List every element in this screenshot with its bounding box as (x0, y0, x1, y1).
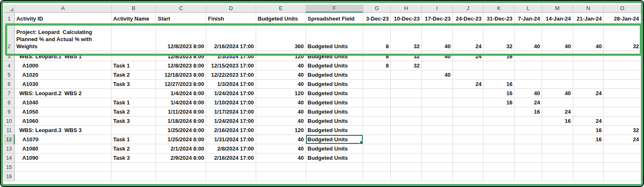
cell-H12[interactable] (391, 135, 422, 144)
cell-N4[interactable] (573, 61, 604, 70)
column-header-J[interactable]: J (452, 5, 483, 12)
cell-L5[interactable] (514, 70, 542, 79)
cell-N2[interactable]: 40 (573, 23, 604, 51)
cell-E9[interactable]: 40 (256, 107, 306, 116)
cell-A13[interactable]: A1080 (14, 144, 111, 153)
cell-G1[interactable]: 3-Dec-23 (363, 12, 391, 23)
column-header-H[interactable]: H (391, 5, 422, 12)
cell-N15[interactable] (573, 162, 604, 171)
cell-J5[interactable] (452, 70, 483, 79)
cell-G9[interactable] (363, 107, 391, 116)
cell-H5[interactable] (391, 70, 422, 79)
cell-L6[interactable] (514, 79, 542, 88)
cell-B1[interactable]: Activity Name (112, 12, 156, 23)
row-header-6[interactable]: 6 (4, 79, 14, 88)
cell-C6[interactable]: 12/27/2023 8:00 (156, 79, 206, 88)
cell-F8[interactable]: Budgeted Units (306, 98, 363, 107)
cell-M12[interactable] (542, 135, 573, 144)
cell-N9[interactable] (573, 107, 604, 116)
cell-L2[interactable]: 40 (514, 23, 542, 51)
cell-G11[interactable] (363, 125, 391, 135)
column-header-G[interactable]: G (363, 5, 391, 12)
cell-B2[interactable] (112, 23, 156, 51)
cell-N13[interactable] (573, 144, 604, 153)
cell-C7[interactable]: 1/4/2024 8:00 (156, 88, 206, 98)
cell-A11[interactable]: WBS: Leopard.3 WBS 3 (14, 125, 111, 135)
cell-L10[interactable] (514, 116, 542, 125)
cell-A14[interactable]: A1090 (14, 153, 111, 162)
row-header-2[interactable]: 2 (4, 23, 14, 51)
cell-J7[interactable] (452, 88, 483, 98)
cell-E7[interactable]: 120 (256, 88, 306, 98)
cell-O10[interactable] (604, 116, 641, 125)
cell-N11[interactable]: 16 (573, 125, 604, 135)
cell-A7[interactable]: WBS: Leopard.2 WBS 2 (14, 88, 111, 98)
cell-N6[interactable] (573, 79, 604, 88)
cell-I2[interactable]: 40 (421, 23, 452, 51)
cell-H15[interactable] (391, 162, 422, 171)
cell-H1[interactable]: 10-Dec-23 (391, 12, 422, 23)
cell-M13[interactable] (542, 144, 573, 153)
cell-A10[interactable]: A1060 (14, 116, 111, 125)
cell-M8[interactable] (542, 98, 573, 107)
cell-F9[interactable]: Budgeted Units (306, 107, 363, 116)
cell-I7[interactable] (421, 88, 452, 98)
cell-F5[interactable]: Budgeted Units (306, 70, 363, 79)
cell-B12[interactable]: Task 1 (112, 135, 156, 144)
cell-M7[interactable]: 40 (542, 88, 573, 98)
cell-I10[interactable] (421, 116, 452, 125)
cell-C2[interactable]: 12/8/2023 8:00 (156, 23, 206, 51)
cell-M3[interactable] (542, 51, 573, 61)
cell-C8[interactable]: 1/4/2024 8:00 (156, 98, 206, 107)
cell-G16[interactable] (363, 171, 391, 181)
cell-H13[interactable] (391, 144, 422, 153)
cell-J1[interactable]: 24-Dec-23 (452, 12, 483, 23)
cell-G4[interactable]: 8 (363, 61, 391, 70)
cell-I14[interactable] (421, 153, 452, 162)
cell-K4[interactable] (483, 61, 514, 70)
cell-E13[interactable]: 40 (256, 144, 306, 153)
cell-H11[interactable] (391, 125, 422, 135)
cell-N14[interactable] (573, 153, 604, 162)
cell-B9[interactable]: Task 2 (112, 107, 156, 116)
cell-G8[interactable] (363, 98, 391, 107)
cell-D12[interactable]: 1/31/2024 17:00 (206, 135, 256, 144)
cell-I13[interactable] (421, 144, 452, 153)
cell-K8[interactable]: 16 (483, 98, 514, 107)
cell-C10[interactable]: 1/18/2024 8:00 (156, 116, 206, 125)
cell-I15[interactable] (421, 162, 452, 171)
cell-C13[interactable]: 2/1/2024 8:00 (156, 144, 206, 153)
row-header-3[interactable]: 3 (4, 51, 14, 61)
cell-E10[interactable]: 40 (256, 116, 306, 125)
cell-K7[interactable]: 16 (483, 88, 514, 98)
cell-E8[interactable]: 40 (256, 98, 306, 107)
cell-K16[interactable] (483, 171, 514, 181)
cell-C15[interactable] (156, 162, 206, 171)
cell-A9[interactable]: A1050 (14, 107, 111, 116)
column-header-C[interactable]: C (156, 5, 206, 12)
cell-A12[interactable]: A1070 (14, 135, 111, 144)
cell-D13[interactable]: 2/8/2024 17:00 (206, 144, 256, 153)
cell-M1[interactable]: 14-Jan-24 (542, 12, 573, 23)
cell-L1[interactable]: 7-Jan-24 (514, 12, 542, 23)
column-header-O[interactable]: O (604, 5, 641, 12)
cell-J6[interactable]: 24 (452, 79, 483, 88)
column-header-B[interactable]: B (112, 5, 156, 12)
row-header-1[interactable]: 1 (4, 12, 14, 23)
cell-H7[interactable] (391, 88, 422, 98)
cell-I12[interactable] (421, 135, 452, 144)
column-header-M[interactable]: M (542, 5, 573, 12)
cell-D6[interactable]: 1/3/2024 17:00 (206, 79, 256, 88)
cell-M5[interactable] (542, 70, 573, 79)
cell-L16[interactable] (514, 171, 542, 181)
cell-E2[interactable]: 360 (256, 23, 306, 51)
cell-E12[interactable]: 40 (256, 135, 306, 144)
row-header-7[interactable]: 7 (4, 88, 14, 98)
cell-D15[interactable] (206, 162, 256, 171)
column-header-L[interactable]: L (514, 5, 542, 12)
cell-M14[interactable] (542, 153, 573, 162)
column-header-E[interactable]: E (256, 5, 306, 12)
cell-F4[interactable]: Budgeted Units (306, 61, 363, 70)
cell-N12[interactable]: 16 (573, 135, 604, 144)
cell-D4[interactable]: 12/15/2023 17:00 (206, 61, 256, 70)
